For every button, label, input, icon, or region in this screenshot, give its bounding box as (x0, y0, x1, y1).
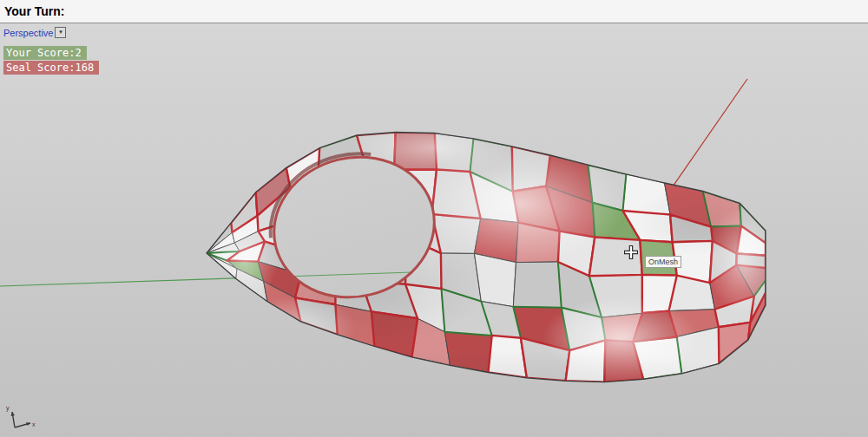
score-hud: Your Score: 2 Seal Score: 168 (3, 46, 99, 75)
x-axis-label: x (32, 421, 36, 427)
your-score-badge: Your Score: 2 (3, 46, 87, 60)
seal-score-badge: Seal Score: 168 (3, 61, 99, 75)
cplane-axis-indicator: x y (3, 401, 40, 434)
viewport-title-label[interactable]: Perspective (3, 28, 53, 38)
your-score-value: 2 (75, 47, 81, 59)
viewport-title[interactable]: Perspective ▾ (3, 27, 66, 38)
your-score-label: Your Score: (6, 47, 75, 59)
mesh-face[interactable] (513, 262, 562, 308)
seal-score-label: Seal Score: (6, 62, 75, 74)
chevron-down-icon[interactable]: ▾ (55, 27, 66, 38)
y-axis-label: y (6, 405, 10, 412)
command-prompt-text: Your Turn: (4, 4, 64, 18)
onmesh-tooltip: OnMesh (645, 256, 681, 268)
viewport-canvas[interactable] (0, 0, 868, 437)
seal-score-value: 168 (75, 62, 94, 74)
command-bar[interactable]: Your Turn: (0, 0, 868, 23)
